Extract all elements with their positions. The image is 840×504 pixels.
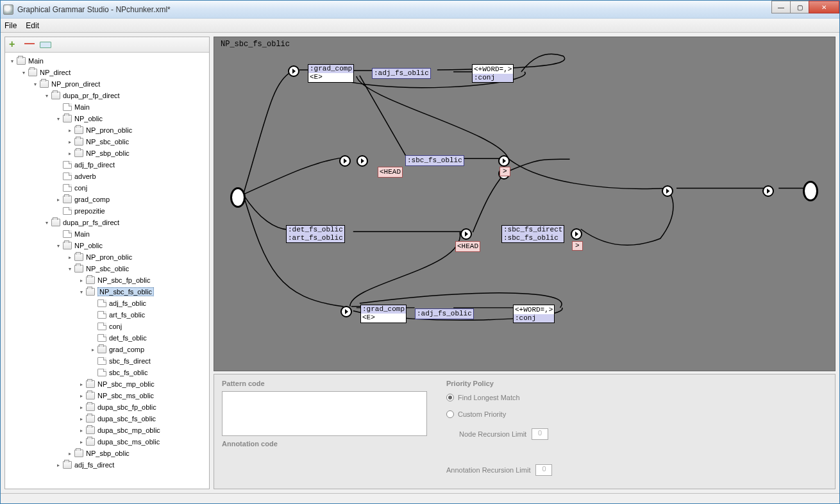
expand-icon[interactable]: ▸: [55, 197, 61, 203]
collapse-icon[interactable]: ▾: [44, 93, 49, 99]
node-grad-comp[interactable]: :grad_comp <E>: [360, 305, 407, 323]
maximize-button[interactable]: ▢: [790, 1, 809, 13]
tree-item[interactable]: ▾NP_direct: [6, 67, 208, 78]
tree-item[interactable]: ▸dupa_sbc_ms_oblic: [6, 436, 208, 448]
tree-item[interactable]: ▸dupa_sbc_fs_oblic: [6, 413, 208, 424]
collapse-icon[interactable]: ▾: [55, 116, 61, 122]
collapse-icon[interactable]: ▾: [44, 220, 49, 226]
waypoint-icon[interactable]: [762, 185, 774, 197]
radio-custom-priority[interactable]: [446, 410, 454, 418]
node-adj[interactable]: :adj_fs_oblic: [372, 68, 431, 79]
waypoint-icon[interactable]: [498, 155, 510, 167]
tree-item[interactable]: ▾NP_sbc_fs_oblic: [6, 286, 208, 298]
graph-canvas[interactable]: NP_sbc_fs_oblic: [214, 37, 836, 371]
tree-item[interactable]: ▾NP_oblic: [6, 113, 208, 124]
tree-item[interactable]: ▾NP_sbc_oblic: [6, 263, 208, 274]
tree-item[interactable]: ▸NP_sbp_oblic: [6, 147, 208, 159]
waypoint-icon[interactable]: [288, 65, 299, 77]
tree-item[interactable]: ▾NP_oblic: [6, 240, 208, 251]
collapse-icon[interactable]: ▾: [21, 70, 26, 76]
tree-item[interactable]: conj: [6, 182, 208, 194]
tree-item[interactable]: conj: [6, 321, 208, 332]
tree-item[interactable]: adj_fs_oblic: [6, 298, 208, 309]
tree-item[interactable]: sbc_fs_oblic: [6, 367, 208, 378]
tree-item[interactable]: prepozitie: [6, 205, 208, 217]
tree-item[interactable]: ▸NP_sbc_oblic: [6, 136, 208, 147]
start-node[interactable]: [230, 187, 246, 208]
tree-item[interactable]: ▸NP_pron_oblic: [6, 251, 208, 263]
expand-icon[interactable]: ▸: [67, 255, 72, 260]
node-adj[interactable]: :adj_fs_oblic: [415, 308, 474, 319]
tree-item[interactable]: det_fs_oblic: [6, 332, 208, 344]
collapse-icon[interactable]: ▾: [78, 289, 84, 295]
tree-item[interactable]: ▸NP_sbc_fp_oblic: [6, 274, 208, 286]
expand-icon[interactable]: ▸: [78, 428, 84, 433]
expand-icon[interactable]: ▸: [67, 451, 72, 457]
collapse-icon[interactable]: ▾: [32, 81, 38, 87]
waypoint-icon[interactable]: [339, 155, 351, 167]
annotation-recursion-input[interactable]: 0: [535, 464, 552, 476]
expand-icon[interactable]: ▸: [78, 439, 84, 445]
pattern-code-input[interactable]: [222, 391, 427, 436]
node-grad-comp[interactable]: :grad_comp <E>: [308, 64, 354, 83]
minimize-button[interactable]: —: [771, 1, 791, 13]
expand-icon[interactable]: ▸: [78, 278, 84, 283]
tree-item[interactable]: ▸adj_fs_direct: [6, 459, 208, 471]
tree-item[interactable]: ▸NP_sbc_mp_oblic: [6, 378, 208, 390]
expand-icon[interactable]: ▸: [78, 382, 84, 387]
node-gt[interactable]: >: [572, 241, 583, 251]
add-icon[interactable]: +: [9, 40, 18, 49]
waypoint-icon[interactable]: [357, 155, 368, 167]
tree-item[interactable]: ▸dupa_sbc_mp_oblic: [6, 424, 208, 436]
waypoint-icon[interactable]: [571, 228, 582, 240]
collapse-icon[interactable]: ▾: [9, 58, 15, 64]
tree-item[interactable]: ▸NP_sbp_oblic: [6, 448, 208, 459]
tree-item[interactable]: ▾NP_pron_direct: [6, 78, 208, 90]
node-recursion-input[interactable]: 0: [532, 428, 548, 440]
close-button[interactable]: ✕: [809, 1, 839, 13]
node-sbc-fs[interactable]: :sbc_fs_oblic: [405, 155, 464, 166]
expand-icon[interactable]: ▸: [90, 347, 96, 353]
node-gt[interactable]: >: [500, 167, 510, 176]
expand-icon[interactable]: ▸: [55, 462, 61, 468]
tree-item[interactable]: adj_fp_direct: [6, 159, 208, 171]
expand-icon[interactable]: ▸: [67, 151, 72, 156]
tree-item[interactable]: ▸NP_sbc_ms_oblic: [6, 390, 208, 401]
node-head[interactable]: <HEAD: [455, 241, 480, 252]
tree-item[interactable]: adverb: [6, 171, 208, 182]
radio-longest-match[interactable]: [446, 394, 454, 401]
tree-item[interactable]: art_fs_oblic: [6, 309, 208, 321]
waypoint-icon[interactable]: [460, 228, 472, 240]
expand-icon[interactable]: ▸: [67, 139, 72, 145]
tree-item[interactable]: Main: [6, 101, 208, 113]
collapse-icon[interactable]: ▾: [55, 243, 61, 249]
expand-icon[interactable]: ▸: [78, 393, 84, 399]
tree-item[interactable]: ▾dupa_pr_fs_direct: [6, 217, 208, 228]
menu-edit[interactable]: Edit: [26, 21, 39, 30]
expand-icon[interactable]: ▸: [78, 416, 84, 422]
tree-item[interactable]: ▾dupa_pr_fp_direct: [6, 90, 208, 101]
tree-item[interactable]: ▸dupa_sbc_fp_oblic: [6, 401, 208, 413]
remove-icon[interactable]: —: [24, 40, 33, 49]
end-node[interactable]: [803, 181, 818, 201]
waypoint-icon[interactable]: [340, 306, 352, 317]
grammar-tree[interactable]: ▾Main▾NP_direct▾NP_pron_direct▾dupa_pr_f…: [5, 53, 209, 489]
tree-item[interactable]: ▾Main: [6, 55, 208, 67]
rename-icon[interactable]: [40, 42, 51, 48]
tree-item[interactable]: ▸NP_pron_oblic: [6, 124, 208, 136]
expand-icon[interactable]: ▸: [67, 128, 72, 133]
tree-item[interactable]: sbc_fs_direct: [6, 355, 208, 367]
node-head[interactable]: <HEAD: [378, 167, 403, 178]
node-word[interactable]: <+WORD=,> :conj: [513, 305, 555, 323]
collapse-icon[interactable]: ▾: [67, 266, 72, 272]
expand-icon[interactable]: ▸: [78, 405, 84, 410]
menu-file[interactable]: File: [4, 21, 17, 30]
tree-item[interactable]: Main: [6, 228, 208, 240]
waypoint-icon[interactable]: [662, 185, 673, 197]
node-word[interactable]: <+WORD=,> :conj: [472, 64, 514, 83]
node-sbc-direct[interactable]: :sbc_fs_direct :sbc_fs_oblic: [501, 225, 564, 243]
node-det[interactable]: :det_fs_oblic :art_fs_oblic: [286, 225, 345, 243]
tree-item[interactable]: ▸grad_comp: [6, 344, 208, 355]
tree-item[interactable]: ▸grad_comp: [6, 194, 208, 205]
titlebar[interactable]: Graphical Grammar Studio - NPchunker.xml…: [1, 1, 839, 19]
